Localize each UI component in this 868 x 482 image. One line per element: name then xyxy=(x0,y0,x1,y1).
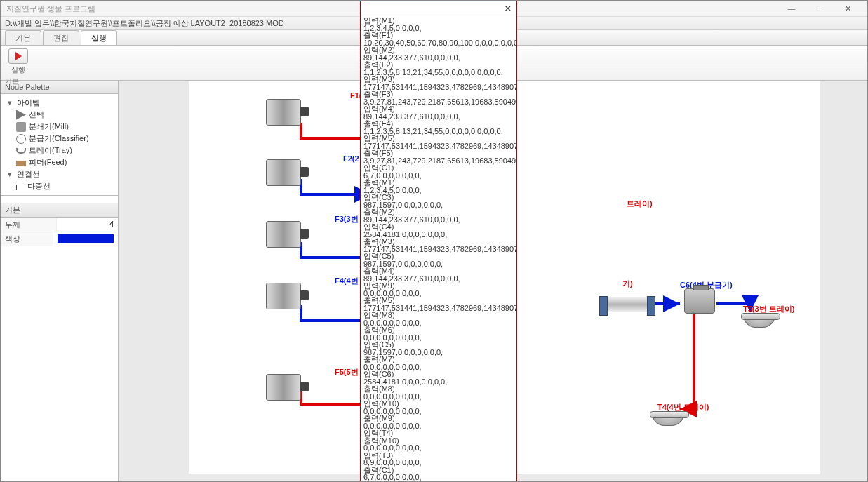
properties-panel: 두께 4 색상 xyxy=(1,218,118,246)
run-button[interactable] xyxy=(8,48,28,64)
palette-select[interactable]: 선택 xyxy=(5,109,118,121)
dialog-close-button[interactable]: ✕ xyxy=(504,3,512,14)
output-log-dialog: ✕ 입력(M1)1,2,3,4,5,0,0,0,0,출력(F1)10,20,30… xyxy=(360,1,517,482)
node-palette-tree: ▾아이템 선택 분쇄기(Mill) 분급기(Classifier) 트레이(Tr… xyxy=(1,94,118,196)
tab-edit[interactable]: 편집 xyxy=(43,30,79,45)
node-feeder-1[interactable] xyxy=(266,99,301,126)
palette-mill[interactable]: 분쇄기(Mill) xyxy=(5,121,118,133)
node-tray-5[interactable] xyxy=(743,315,775,328)
node-feeder-3[interactable] xyxy=(266,221,301,248)
node-mill-right[interactable] xyxy=(603,297,652,312)
node-feeder-4[interactable] xyxy=(266,283,301,309)
palette-tray[interactable]: 트레이(Tray) xyxy=(5,145,118,156)
node-feeder-5[interactable] xyxy=(266,374,301,401)
palette-polyline[interactable]: 다중선 xyxy=(5,180,118,192)
classifier-icon xyxy=(16,134,26,144)
window-close-button[interactable]: ✕ xyxy=(834,4,862,13)
mill-icon xyxy=(16,122,26,132)
tree-group-connectors[interactable]: ▾연결선 xyxy=(5,168,118,180)
tree-group-items[interactable]: ▾아이템 xyxy=(5,97,118,109)
prop-thickness[interactable]: 두께 4 xyxy=(1,218,118,232)
window-min-button[interactable]: — xyxy=(777,4,806,13)
label-gi: 기) xyxy=(622,279,633,289)
sidebar: Node Palette ▾아이템 선택 분쇄기(Mill) 분급기(Class… xyxy=(1,81,119,481)
node-feeder-2[interactable] xyxy=(266,159,301,186)
palette-feed[interactable]: 피더(Feed) xyxy=(5,156,118,168)
window-max-button[interactable]: ☐ xyxy=(806,4,834,13)
output-log-text: 입력(M1)1,2,3,4,5,0,0,0,0,출력(F1)10,20,30,4… xyxy=(361,15,516,481)
node-classifier-6[interactable] xyxy=(684,288,715,314)
tab-run[interactable]: 실행 xyxy=(81,30,117,45)
feed-icon xyxy=(16,161,26,166)
ribbon-group-label: 기본 xyxy=(5,76,19,86)
label-trx: 트레이) xyxy=(627,199,653,209)
polyline-icon xyxy=(16,185,25,190)
window-title: 지질연구원 생물 프로그램 xyxy=(6,4,95,14)
tab-basic[interactable]: 기본 xyxy=(5,30,41,45)
run-label: 실행 xyxy=(5,65,32,75)
color-swatch xyxy=(58,234,114,243)
tray-icon xyxy=(16,148,26,154)
properties-header: 기본 xyxy=(1,203,118,218)
palette-classifier[interactable]: 분급기(Classifier) xyxy=(5,133,118,145)
node-tray-4[interactable] xyxy=(652,413,684,426)
pointer-icon xyxy=(16,110,26,120)
prop-color[interactable]: 색상 xyxy=(1,232,118,246)
play-icon xyxy=(15,52,22,60)
